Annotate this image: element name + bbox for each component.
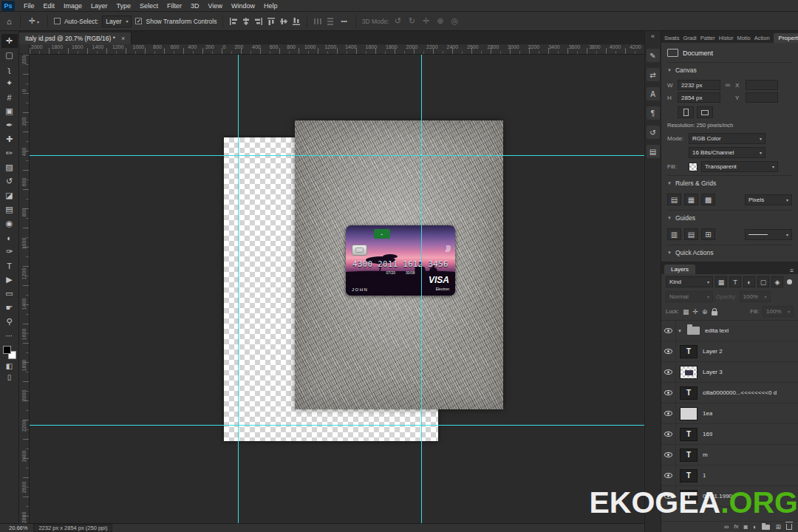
- menu-item[interactable]: Filter: [163, 0, 186, 12]
- visibility-toggle[interactable]: [661, 403, 676, 423]
- collapse-panels-icon[interactable]: «: [651, 33, 655, 43]
- align-center-v-icon[interactable]: [279, 17, 288, 26]
- document-tab[interactable]: Italy id.psd @ 20.7% (RGB/16) * ×: [19, 33, 132, 44]
- tool-button[interactable]: ʅ: [1, 62, 18, 76]
- 3d-scale-icon[interactable]: ◎: [449, 16, 461, 26]
- tab-layers[interactable]: Layers: [664, 265, 695, 274]
- menu-item[interactable]: Window: [227, 0, 259, 12]
- guide-vertical-1[interactable]: [238, 55, 239, 523]
- quick-mask-icon[interactable]: ◧: [6, 362, 13, 370]
- tool-button[interactable]: #: [1, 90, 18, 104]
- layer-filter-kind-dropdown[interactable]: Kind▾: [666, 276, 713, 287]
- guide-horizontal-2[interactable]: [30, 425, 644, 426]
- new-group-icon[interactable]: [762, 525, 770, 530]
- landscape-orientation-button[interactable]: [697, 106, 713, 118]
- link-layers-icon[interactable]: ∞: [724, 523, 729, 531]
- width-field[interactable]: 2232 px: [678, 80, 720, 90]
- panel-icon[interactable]: ↺: [647, 126, 660, 139]
- lock-position-icon[interactable]: ⊕: [702, 308, 708, 316]
- tool-button[interactable]: ✑: [1, 245, 18, 259]
- panel-tab[interactable]: Action: [754, 35, 770, 43]
- color-mode-dropdown[interactable]: RGB Color▾: [689, 133, 765, 144]
- menu-item[interactable]: File: [19, 0, 39, 12]
- layer-filter-toggle[interactable]: [787, 279, 792, 284]
- tool-button[interactable]: ⚲: [1, 315, 18, 329]
- menu-item[interactable]: View: [204, 0, 227, 12]
- auto-select-dropdown[interactable]: Layer▾: [102, 16, 132, 27]
- menu-item[interactable]: Edit: [39, 0, 60, 12]
- tool-button[interactable]: ◉: [1, 216, 18, 231]
- distribute-v-icon[interactable]: [326, 17, 335, 26]
- visibility-toggle[interactable]: [661, 321, 676, 341]
- layer-row[interactable]: ▼ T 1ea: [661, 403, 798, 424]
- tool-button[interactable]: ✚: [1, 132, 18, 146]
- layer-row[interactable]: ▼ T 169: [661, 424, 798, 445]
- filter-smart-objects-icon[interactable]: ◈: [771, 276, 783, 287]
- add-mask-icon[interactable]: ◙: [744, 523, 748, 531]
- new-layer-icon[interactable]: ⊞: [775, 523, 781, 531]
- photoshop-logo-icon[interactable]: Ps: [1, 1, 15, 11]
- opacity-field[interactable]: 100%▾: [740, 291, 771, 302]
- tool-button[interactable]: T: [1, 259, 18, 273]
- layer-row[interactable]: ▼ T cilla0000000...<<<<<<<<0 d: [661, 383, 798, 403]
- edit-toolbar-icon[interactable]: ⋯: [6, 332, 13, 340]
- color-swatches[interactable]: [3, 346, 16, 359]
- layer-row[interactable]: ▼ T m: [661, 445, 798, 466]
- distribute-h-icon[interactable]: [313, 17, 322, 26]
- canvas-viewport[interactable]: ▪ ))) 4300 2011 1612 3456 07/2030/08 JOH…: [30, 55, 644, 523]
- lock-guides-icon[interactable]: ▤: [684, 228, 698, 240]
- delete-layer-icon[interactable]: [786, 524, 792, 530]
- menu-item[interactable]: Layer: [86, 0, 112, 12]
- toggle-grid-icon[interactable]: ▦: [684, 194, 698, 205]
- align-bottom-icon[interactable]: [292, 17, 301, 26]
- guide-horizontal-1[interactable]: [30, 155, 644, 156]
- layer-row[interactable]: ▼ T Layer 3: [661, 362, 798, 383]
- tool-button[interactable]: ↺: [1, 174, 18, 188]
- vertical-ruler[interactable]: 2000200400600800100012001400160018002000…: [19, 55, 30, 523]
- tool-button[interactable]: ▣: [1, 104, 18, 118]
- filter-shape-layers-icon[interactable]: ▢: [757, 276, 769, 287]
- align-top-icon[interactable]: [267, 17, 276, 26]
- 3d-roll-icon[interactable]: ↻: [406, 16, 417, 26]
- tool-button[interactable]: ✛: [1, 34, 18, 48]
- link-dimensions-icon[interactable]: ∞: [723, 81, 732, 89]
- layer-row[interactable]: ▼ T 1: [661, 466, 798, 486]
- more-options-icon[interactable]: •••: [338, 18, 349, 24]
- zoom-level-field[interactable]: 20.66%: [9, 525, 27, 531]
- tool-button[interactable]: ▤: [1, 202, 18, 216]
- blend-mode-dropdown[interactable]: Normal▾: [666, 291, 713, 302]
- lock-all-icon[interactable]: [712, 311, 717, 316]
- tool-button[interactable]: ◐: [1, 231, 18, 245]
- panel-tab[interactable]: Motio: [737, 35, 750, 43]
- bit-depth-dropdown[interactable]: 16 Bits/Channel▾: [689, 147, 765, 158]
- layer-row[interactable]: ▼ T Layer 2: [661, 341, 798, 362]
- show-transform-checkbox[interactable]: ✓: [135, 18, 142, 24]
- menu-item[interactable]: Help: [259, 0, 282, 12]
- layer-effects-icon[interactable]: fx: [734, 523, 738, 531]
- screen-mode-icon[interactable]: ▯: [7, 373, 12, 381]
- panel-icon[interactable]: A: [647, 87, 660, 100]
- tool-button[interactable]: ▢: [1, 48, 18, 62]
- tool-button[interactable]: ◪: [1, 188, 18, 202]
- rulers-grids-section-header[interactable]: ▼ Rulers & Grids: [667, 175, 792, 191]
- 3d-orbit-icon[interactable]: ↺: [392, 16, 403, 26]
- y-field[interactable]: [746, 92, 778, 103]
- clear-guides-icon[interactable]: ⊞: [701, 228, 715, 240]
- panel-icon[interactable]: ✎: [647, 49, 660, 62]
- home-icon[interactable]: ⌂: [4, 17, 14, 26]
- portrait-orientation-button[interactable]: [678, 106, 694, 118]
- tool-button[interactable]: ✏: [1, 146, 18, 160]
- close-icon[interactable]: ×: [121, 35, 125, 42]
- adjustment-layer-icon[interactable]: ◐: [753, 523, 757, 531]
- ruler-origin-box[interactable]: [19, 44, 30, 55]
- menu-item[interactable]: Image: [59, 0, 86, 12]
- group-expand-icon[interactable]: ▼: [676, 329, 683, 333]
- filter-pixel-layers-icon[interactable]: ▦: [715, 276, 727, 287]
- tool-button[interactable]: ✦: [1, 76, 18, 90]
- 3d-slide-icon[interactable]: ⊕: [434, 16, 446, 26]
- foreground-color-swatch[interactable]: [3, 346, 11, 354]
- layer-row[interactable]: ▼ T edita text: [661, 321, 798, 341]
- visibility-toggle[interactable]: [661, 466, 676, 485]
- guide-vertical-2[interactable]: [421, 55, 422, 523]
- canvas-fill-dropdown[interactable]: Transparent▾: [701, 161, 778, 172]
